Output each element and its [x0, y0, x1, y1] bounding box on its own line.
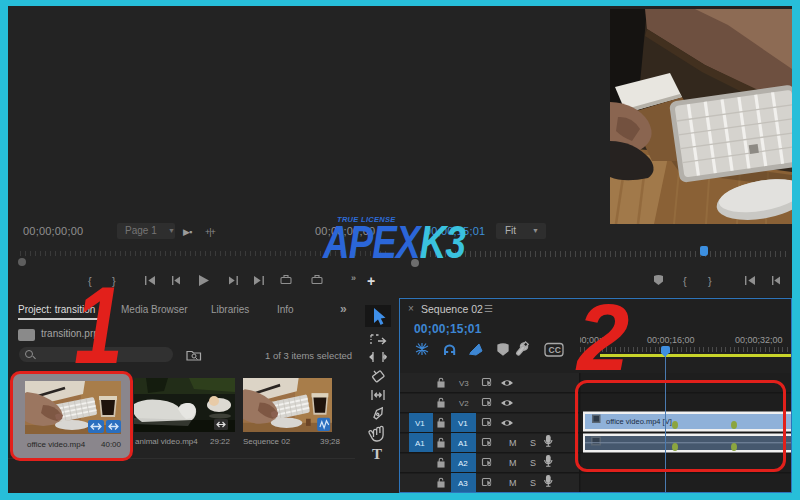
svg-text:+: + — [367, 273, 375, 289]
svg-text:»: » — [351, 273, 356, 283]
svg-text:T: T — [372, 446, 382, 462]
svg-text:{: { — [683, 275, 687, 287]
svg-text:}: } — [708, 275, 712, 287]
